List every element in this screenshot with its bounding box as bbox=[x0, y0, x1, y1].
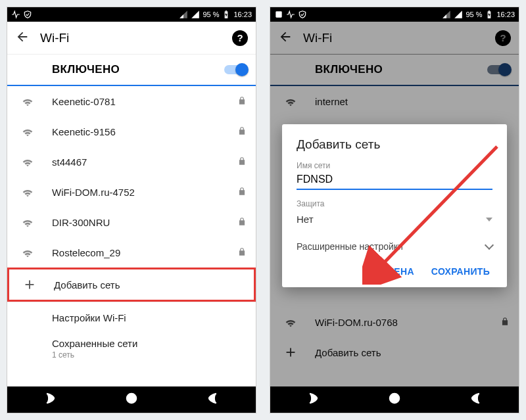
signal2-icon bbox=[454, 10, 463, 19]
dialog-title: Добавить сеть bbox=[297, 137, 492, 152]
clock-text: 16:23 bbox=[233, 11, 252, 18]
security-select[interactable]: Нет bbox=[297, 210, 492, 232]
add-network-label: Добавить сеть bbox=[54, 279, 245, 291]
wifi-icon bbox=[16, 245, 39, 260]
wifi-settings-label: Настройки Wi-Fi bbox=[52, 312, 247, 323]
battery-text: 95 % bbox=[466, 11, 482, 18]
wifi-master-toggle-row: ВКЛЮЧЕНО bbox=[7, 55, 256, 86]
wifi-toggle-label: ВКЛЮЧЕНО bbox=[52, 63, 120, 76]
wifi-icon bbox=[16, 185, 39, 199]
saved-networks-row[interactable]: Сохраненные сети 1 сеть bbox=[7, 333, 256, 369]
battery-icon bbox=[222, 10, 231, 19]
dialog-actions: ОТМЕНА СОХРАНИТЬ bbox=[297, 261, 492, 281]
nav-home-icon[interactable] bbox=[387, 391, 402, 408]
status-bar: 95 % 16:23 bbox=[270, 7, 519, 22]
add-network-row[interactable]: Добавить сеть bbox=[7, 268, 256, 302]
save-button[interactable]: СОХРАНИТЬ bbox=[431, 266, 490, 277]
vitals-icon bbox=[286, 10, 295, 19]
nav-bar bbox=[7, 386, 256, 413]
lock-icon bbox=[237, 187, 247, 198]
network-row[interactable]: Keenetic-9156 bbox=[7, 116, 256, 147]
shield-icon bbox=[298, 10, 307, 19]
nav-bar bbox=[270, 386, 519, 413]
notif-icon bbox=[274, 10, 283, 19]
saved-networks-label: Сохраненные сети bbox=[52, 338, 247, 349]
phone-left: 95 % 16:23 Wi-Fi ? ВКЛЮЧЕНО Keenetic-078… bbox=[7, 7, 256, 413]
lock-icon bbox=[237, 217, 247, 228]
svg-point-14 bbox=[390, 394, 400, 404]
clock-text: 16:23 bbox=[496, 11, 515, 18]
security-value: Нет bbox=[297, 214, 314, 225]
vitals-icon bbox=[11, 10, 20, 19]
plus-icon bbox=[18, 277, 41, 292]
lock-icon bbox=[237, 156, 247, 168]
saved-networks-count: 1 сеть bbox=[52, 350, 247, 360]
lock-icon bbox=[237, 96, 247, 107]
wifi-toggle-switch[interactable] bbox=[224, 65, 247, 74]
advanced-settings-label: Расширенные настройки bbox=[297, 241, 403, 252]
battery-text: 95 % bbox=[203, 11, 219, 18]
network-row[interactable]: WiFi-DOM.ru-4752 bbox=[7, 177, 256, 207]
shield-icon bbox=[23, 10, 32, 19]
network-row[interactable]: Rostelecom_29 bbox=[7, 237, 256, 268]
nav-recent-icon[interactable] bbox=[207, 391, 222, 408]
network-ssid: Rostelecom_29 bbox=[52, 247, 224, 258]
nav-home-icon[interactable] bbox=[124, 391, 139, 408]
cancel-button[interactable]: ОТМЕНА bbox=[373, 266, 414, 277]
signal1-icon bbox=[179, 10, 188, 19]
network-ssid: Keenetic-0781 bbox=[52, 96, 224, 107]
nav-back-icon[interactable] bbox=[304, 391, 319, 408]
network-ssid: DIR-300NRU bbox=[52, 217, 224, 228]
network-list: Keenetic-0781 Keenetic-9156 st44467 WiFi… bbox=[7, 86, 256, 386]
signal2-icon bbox=[191, 10, 200, 19]
svg-rect-6 bbox=[275, 11, 281, 17]
ssid-field-label: Имя сети bbox=[297, 161, 492, 170]
svg-rect-1 bbox=[226, 11, 227, 11]
battery-icon bbox=[485, 10, 494, 19]
network-ssid: WiFi-DOM.ru-4752 bbox=[52, 187, 224, 198]
network-row[interactable]: st44467 bbox=[7, 147, 256, 177]
help-icon[interactable]: ? bbox=[232, 30, 248, 46]
status-bar: 95 % 16:23 bbox=[7, 7, 256, 22]
wifi-icon bbox=[16, 124, 39, 139]
lock-icon bbox=[237, 247, 247, 258]
wifi-icon bbox=[16, 215, 39, 229]
ssid-input[interactable] bbox=[297, 172, 492, 190]
wifi-settings-row[interactable]: Настройки Wi-Fi bbox=[7, 302, 256, 333]
back-icon[interactable] bbox=[15, 30, 30, 47]
security-field-label: Защита bbox=[297, 199, 492, 208]
network-row[interactable]: DIR-300NRU bbox=[7, 207, 256, 237]
add-network-dialog: Добавить сеть Имя сети Защита Нет Расшир… bbox=[282, 124, 507, 287]
nav-back-icon[interactable] bbox=[41, 391, 56, 408]
nav-recent-icon[interactable] bbox=[470, 391, 485, 408]
svg-rect-8 bbox=[489, 11, 490, 11]
svg-point-5 bbox=[127, 394, 137, 404]
network-ssid: st44467 bbox=[52, 156, 224, 168]
network-row[interactable]: Keenetic-0781 bbox=[7, 86, 256, 116]
app-bar: Wi-Fi ? bbox=[7, 22, 256, 55]
dropdown-icon bbox=[486, 218, 492, 222]
wifi-icon bbox=[16, 154, 39, 169]
wifi-icon bbox=[16, 94, 39, 108]
phone-right: 95 % 16:23 Wi-Fi ? ВКЛЮЧЕНО internet bbox=[270, 7, 519, 413]
lock-icon bbox=[237, 126, 247, 137]
page-title: Wi-Fi bbox=[40, 31, 222, 45]
chevron-down-icon bbox=[485, 241, 494, 250]
network-ssid: Keenetic-9156 bbox=[52, 126, 224, 137]
advanced-settings-row[interactable]: Расширенные настройки bbox=[297, 232, 492, 261]
signal1-icon bbox=[442, 10, 451, 19]
